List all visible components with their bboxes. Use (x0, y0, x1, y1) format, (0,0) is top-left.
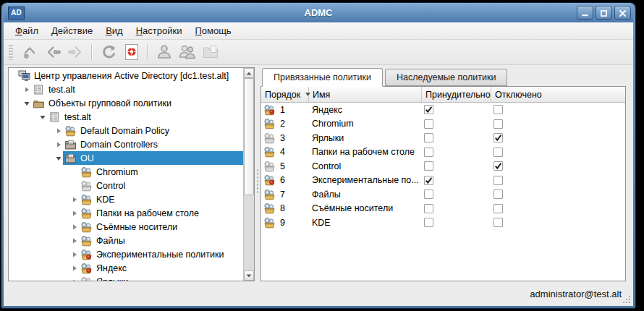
scrollbar-thumb[interactable] (244, 78, 254, 195)
expander-closed-icon[interactable] (69, 265, 79, 272)
expander-open-icon[interactable] (54, 155, 63, 162)
toolbar-create-group-button[interactable] (177, 42, 197, 62)
tree-item[interactable]: KDE (9, 192, 243, 206)
column-header-3[interactable]: Принудительно (422, 87, 491, 102)
expander-closed-icon[interactable] (54, 127, 63, 135)
scroll-up-button[interactable] (244, 68, 254, 78)
menu-item-view[interactable]: Вид (100, 24, 129, 38)
enforced-cell (422, 218, 491, 227)
policy-row[interactable]: 3Ярлыки (261, 131, 625, 145)
toolbar-refresh-button[interactable] (98, 42, 118, 62)
disabled-checkbox[interactable] (493, 218, 503, 227)
gpo-icon (263, 189, 276, 200)
expander-closed-icon[interactable] (69, 210, 79, 217)
disabled-checkbox[interactable] (493, 189, 503, 199)
disabled-checkbox[interactable] (493, 119, 503, 129)
minimize-button[interactable] (577, 6, 593, 20)
tree-item[interactable]: Объекты групповой политики (9, 96, 243, 110)
titlebar[interactable]: AD ADMC (4, 3, 633, 22)
enforced-checkbox[interactable] (424, 204, 433, 213)
order-value: 2 (280, 119, 285, 129)
tree-item[interactable]: OU (9, 151, 243, 165)
expander-closed-icon[interactable] (69, 196, 79, 203)
tree-scrollbar[interactable] (243, 68, 254, 281)
column-header-1[interactable]: Порядок (261, 87, 309, 102)
disabled-checkbox[interactable] (493, 133, 503, 142)
enforced-checkbox[interactable] (424, 119, 433, 129)
toolbar-go-back-button[interactable] (43, 42, 62, 62)
expander-closed-icon[interactable] (69, 223, 79, 231)
tree-item[interactable]: test.alt (9, 82, 243, 96)
toolbar-go-up-button[interactable] (20, 42, 39, 62)
expander-open-icon[interactable] (38, 114, 47, 121)
tree-item[interactable]: Экспериментальные политики (9, 247, 243, 261)
policy-row[interactable]: 6Экспериментальные по... (261, 174, 625, 188)
disabled-cell (491, 161, 625, 171)
tree-item[interactable]: test.alt (9, 110, 243, 124)
tab-inherited-policies[interactable]: Наследуемые политики (385, 69, 507, 86)
enforced-checkbox[interactable] (424, 176, 433, 185)
menu-item-file[interactable]: Файл (9, 24, 44, 38)
tree-item[interactable]: Яндекс (9, 261, 243, 275)
tree-item[interactable]: Chromium (9, 165, 243, 179)
policy-row[interactable]: 2Chromium (261, 117, 625, 132)
enforced-checkbox[interactable] (424, 189, 433, 199)
toolbar-target-button[interactable] (122, 42, 141, 62)
expander-open-icon[interactable] (22, 100, 31, 107)
tree-item[interactable]: Ярлыки (9, 275, 243, 281)
menu-item-settings[interactable]: Настройки (130, 24, 188, 38)
menu-label: астройки (143, 25, 182, 36)
menu-item-help[interactable]: Помощь (189, 24, 237, 38)
name-cell: KDE (309, 218, 422, 228)
disabled-cell (491, 176, 625, 185)
policy-row[interactable]: 5Control (261, 159, 625, 174)
toolbar-create-ou-button[interactable] (200, 42, 220, 62)
column-label: Порядок (265, 90, 300, 100)
scroll-down-button[interactable] (244, 270, 254, 281)
tree-item[interactable]: Domain Controllers (9, 137, 243, 151)
tree-item[interactable]: Центр управления Active Directory [dc1.t… (9, 69, 243, 82)
enforced-checkbox[interactable] (424, 218, 433, 227)
disabled-checkbox[interactable] (493, 148, 503, 157)
tree-item[interactable]: Default Domain Policy (9, 124, 243, 137)
tab-linked-policies[interactable]: Привязанные политики (262, 68, 383, 87)
expander-closed-icon[interactable] (22, 86, 31, 93)
tree-item[interactable]: Файлы (9, 234, 243, 247)
tree-item-body: Chromium (79, 165, 243, 179)
close-button[interactable] (614, 6, 631, 20)
column-label: Имя (313, 90, 330, 100)
tree-item[interactable]: Control (9, 179, 243, 192)
toolbar-create-user-button[interactable] (154, 42, 174, 62)
app-icon: AD (8, 7, 25, 20)
tree-item[interactable]: Папки на рабочем столе (9, 206, 243, 220)
enforced-checkbox[interactable] (424, 148, 433, 157)
disabled-checkbox[interactable] (493, 105, 503, 114)
expander-closed-icon[interactable] (69, 251, 79, 258)
menu-item-action[interactable]: Действие (46, 24, 98, 38)
policy-row[interactable]: 1Яндекс (261, 103, 625, 117)
maximize-button[interactable] (596, 6, 612, 20)
policy-row[interactable]: 9KDE (261, 216, 625, 230)
policy-row[interactable]: 8Съёмные носители (261, 202, 625, 216)
resize-grip[interactable] (622, 294, 631, 304)
toolbar-go-forward-button[interactable] (66, 42, 85, 62)
column-header-4[interactable]: Отключено (491, 87, 625, 102)
disabled-checkbox[interactable] (493, 161, 503, 171)
enforced-checkbox[interactable] (424, 133, 433, 142)
expander-closed-icon[interactable] (69, 278, 79, 281)
expander-closed-icon[interactable] (54, 141, 63, 148)
gpo-red-icon (80, 249, 93, 260)
column-header-2[interactable]: Имя (309, 87, 422, 102)
policy-row[interactable]: 4Папки на рабочем столе (261, 145, 625, 160)
expander-closed-icon[interactable] (69, 237, 79, 244)
disabled-checkbox[interactable] (493, 176, 503, 185)
enforced-checkbox[interactable] (424, 105, 433, 114)
tree-item-body: Объекты групповой политики (31, 96, 243, 110)
policy-row[interactable]: 7Файлы (261, 187, 625, 202)
toolbar-separator (91, 44, 93, 60)
toolbar-drag-handle[interactable] (9, 44, 13, 60)
enforced-checkbox[interactable] (424, 161, 433, 171)
disabled-checkbox[interactable] (493, 204, 503, 213)
panel-splitter[interactable] (255, 67, 260, 281)
tree-item[interactable]: Съёмные носители (9, 220, 243, 234)
